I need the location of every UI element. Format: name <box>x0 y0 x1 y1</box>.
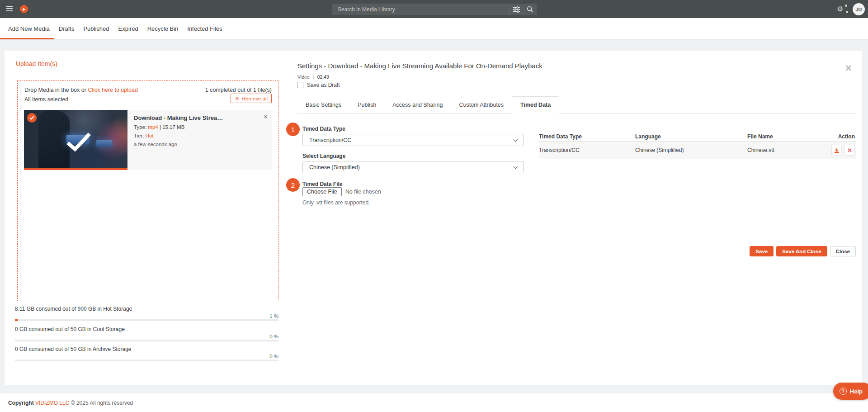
archive-storage-label: 0 GB consumed out of 50 GB in Archive St… <box>15 346 131 352</box>
drop-instruction: Drop Media in the box or Click here to u… <box>24 87 138 93</box>
timed-data-table: Timed Data Type Language File Name Actio… <box>539 132 856 159</box>
download-vtt-button[interactable] <box>831 145 842 156</box>
remove-all-button[interactable]: ✕ Remove all <box>231 94 272 103</box>
file-thumbnail[interactable] <box>24 110 127 170</box>
tab-basic-settings[interactable]: Basic Settings <box>297 96 349 114</box>
brand-play-logo-icon[interactable]: ▶ <box>20 5 28 13</box>
upload-progress-count: 1 completed out of 1 file(s) <box>205 87 272 93</box>
step-2-badge: 2 <box>286 178 300 192</box>
no-file-chosen-label: No file chosen <box>345 189 381 195</box>
top-bar: ▶ ⚙ JD <box>0 0 868 18</box>
save-as-draft-label: Save as Draft <box>307 82 340 88</box>
filter-icon[interactable] <box>509 4 523 15</box>
tab-drafts[interactable]: Drafts <box>54 18 79 39</box>
download-icon <box>834 147 840 153</box>
media-meta: Video 02:49 <box>297 74 329 80</box>
save-as-draft-row: Save as Draft <box>297 82 340 88</box>
step-1-badge: 1 <box>286 123 300 136</box>
file-tier-line: Tier: Hot <box>134 133 266 138</box>
delete-vtt-button[interactable]: ✕ <box>844 145 855 156</box>
hot-storage-label: 8.11 GB consumed out of 900 GB in Hot St… <box>15 306 132 312</box>
tab-timed-data[interactable]: Timed Data <box>512 96 559 114</box>
delete-x-icon: ✕ <box>847 147 852 153</box>
tab-published[interactable]: Published <box>79 18 113 39</box>
cool-storage-label: 0 GB consumed out of 50 GB in Cool Stora… <box>15 326 125 332</box>
search-input[interactable] <box>332 4 509 15</box>
search-bar <box>332 4 537 15</box>
file-input-row: Choose File No file chosen <box>302 187 381 196</box>
hamburger-menu-icon[interactable] <box>6 6 13 12</box>
footer: Copyright VIDIZMO LLC © 2025 All rights … <box>0 393 868 412</box>
question-mark-icon: ? <box>840 388 847 395</box>
media-duration: 02:49 <box>317 74 329 80</box>
save-button[interactable]: Save <box>750 246 774 256</box>
all-items-selected-label: All items selected <box>24 96 68 103</box>
file-title: Download - Making Live Strea… <box>134 114 260 121</box>
tab-expired[interactable]: Expired <box>114 18 143 39</box>
header-action: Action <box>821 133 856 140</box>
vtt-hint: Only .vtt files are supported. <box>302 199 370 206</box>
tab-recycle-bin[interactable]: Recycle Bin <box>143 18 183 39</box>
uploaded-file-item: Download - Making Live Strea… × Type: mp… <box>24 110 272 170</box>
language-select[interactable]: Chinese (Simplified) <box>302 161 524 173</box>
tab-publish[interactable]: Publish <box>349 96 384 114</box>
timed-data-file-label: Timed Data File <box>302 181 342 187</box>
thumbnail-screen-glow <box>96 140 112 147</box>
thumbnail-person-silhouette <box>38 110 70 170</box>
archive-storage-percent: 0 % <box>269 354 278 359</box>
meta-divider <box>313 75 314 80</box>
header-language: Language <box>635 133 747 140</box>
hot-storage-bar <box>15 319 278 321</box>
cell-actions: ✕ <box>821 145 856 156</box>
cell-file-name: Chinese.vtt <box>747 147 821 153</box>
library-nav-tabs: Add New Media Drafts Published Expired R… <box>0 18 868 40</box>
tab-access-and-sharing[interactable]: Access and Sharing <box>384 96 451 114</box>
app-screen: ▶ ⚙ JD <box>0 0 868 412</box>
remove-all-x-icon: ✕ <box>235 96 239 101</box>
upload-dropzone[interactable]: Drop Media in the box or Click here to u… <box>17 81 278 301</box>
help-button[interactable]: ? Help <box>833 383 868 400</box>
tab-custom-attributes[interactable]: Custom Attributes <box>451 96 512 114</box>
company-link[interactable]: VIDIZMO LLC <box>35 400 69 406</box>
click-to-upload-link[interactable]: Click here to upload <box>88 87 137 93</box>
file-upload-time: a few seconds ago <box>134 142 266 147</box>
integrations-gear-icon[interactable]: ⚙ <box>837 4 849 14</box>
save-as-draft-checkbox[interactable] <box>297 82 303 88</box>
save-and-close-button[interactable]: Save And Close <box>776 246 827 256</box>
cell-language: Chinese (Simplified) <box>635 147 747 153</box>
settings-tabs: Basic Settings Publish Access and Sharin… <box>297 96 856 114</box>
tab-infected-files[interactable]: Infected Files <box>183 18 226 39</box>
header-file-name: File Name <box>747 133 821 140</box>
select-language-label: Select Language <box>302 153 345 159</box>
search-icon[interactable] <box>523 4 537 15</box>
tab-add-new-media[interactable]: Add New Media <box>0 18 54 39</box>
table-row: Transcription/CC Chinese (Simplified) Ch… <box>539 142 856 159</box>
header-timed-data-type: Timed Data Type <box>539 133 635 140</box>
cool-storage-bar <box>15 340 278 341</box>
selected-check-badge-icon <box>27 113 37 123</box>
cool-storage-percent: 0 % <box>269 334 278 339</box>
settings-action-buttons: Save Save And Close Close <box>750 246 856 256</box>
avatar[interactable]: JD <box>853 3 865 15</box>
file-type-line: Type: mp4 | 15.17 MB <box>134 124 266 130</box>
chevron-down-icon <box>514 165 518 169</box>
file-details: Download - Making Live Strea… × Type: mp… <box>127 110 272 170</box>
archive-storage-bar <box>15 360 278 361</box>
settings-close-icon[interactable]: ✕ <box>845 63 852 73</box>
upload-panel-title: Upload Item(s) <box>16 60 57 67</box>
hot-storage-percent: 1 % <box>269 313 278 319</box>
timed-data-type-select[interactable]: Transcription/CC <box>302 134 524 146</box>
timed-data-type-label: Timed Data Type <box>302 126 345 132</box>
choose-file-button[interactable]: Choose File <box>302 187 342 196</box>
upload-complete-check-icon <box>66 132 92 153</box>
copyright-text: Copyright VIDIZMO LLC © 2025 All rights … <box>8 400 133 406</box>
upload-progress-bar <box>24 168 127 170</box>
media-type: Video <box>297 74 310 80</box>
table-header-row: Timed Data Type Language File Name Actio… <box>539 132 856 142</box>
close-button[interactable]: Close <box>830 246 856 256</box>
file-close-icon[interactable]: × <box>264 113 268 120</box>
chevron-down-icon <box>514 137 518 142</box>
settings-panel-title: Settings - Download - Making Live Stream… <box>297 62 542 70</box>
cell-timed-data-type: Transcription/CC <box>539 147 635 153</box>
